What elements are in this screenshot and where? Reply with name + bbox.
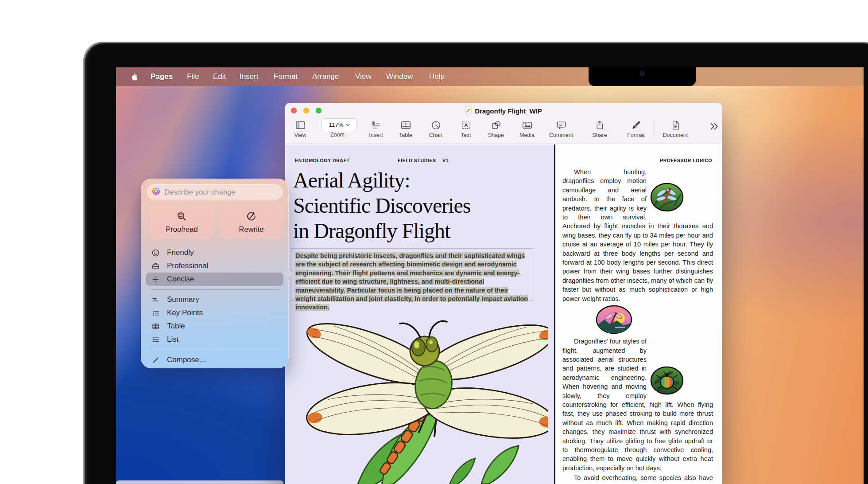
- toolbar-item-zoom[interactable]: 117% Zoom: [322, 118, 353, 138]
- selected-text-box[interactable]: Despite being prehistoric insects, drago…: [291, 248, 534, 301]
- paragraph-1[interactable]: When hunting, dragonflies employ motion …: [562, 168, 713, 303]
- screenshot-stage: Pages File Edit Insert Format Arrange Vi…: [0, 0, 868, 484]
- writing-tools-item-key-points[interactable]: Key Points: [146, 306, 283, 320]
- menu-item-pages[interactable]: Pages: [151, 67, 173, 86]
- rewrite-button[interactable]: Rewrite: [220, 206, 283, 238]
- dragonfly-illustration[interactable]: [291, 301, 548, 484]
- smiley-icon: [151, 248, 160, 257]
- writing-tools-item-compose[interactable]: Compose…: [146, 353, 283, 367]
- comment-bubble-icon: [545, 118, 577, 132]
- display-notch: [589, 67, 696, 86]
- menu-item-arrange[interactable]: Arrange: [312, 67, 339, 86]
- toolbar-item-text[interactable]: Text: [450, 118, 482, 138]
- popup-divider: [151, 350, 280, 350]
- toolbar-item-format[interactable]: Format: [620, 118, 652, 138]
- menu-item-format[interactable]: Format: [274, 67, 298, 86]
- share-icon: [584, 118, 616, 132]
- inline-image-jungle-dragonfly[interactable]: [650, 183, 713, 214]
- writing-tools-item-concise[interactable]: Concise: [146, 273, 283, 286]
- briefcase-icon: [151, 262, 160, 270]
- apple-intelligence-icon: [152, 187, 160, 197]
- compose-pencil-icon: [151, 355, 160, 364]
- inline-image-jungle-beetle[interactable]: [650, 366, 713, 396]
- summary-lines-icon: [151, 295, 160, 304]
- menu-item-help[interactable]: Help: [429, 67, 445, 86]
- toolbar-item-chart[interactable]: Chart: [420, 118, 452, 138]
- proofread-magnifier-icon: [177, 211, 187, 223]
- text-box-icon: [450, 118, 482, 132]
- document-right-column[interactable]: PROFESSOR LORICO: [555, 144, 722, 484]
- writing-tools-item-friendly[interactable]: Friendly: [146, 246, 283, 259]
- eyebrow-field-studies[interactable]: FIELD STUDIES: [398, 158, 436, 163]
- proofread-button[interactable]: Proofread: [151, 206, 213, 238]
- pages-window: Dragonfly Flight_WIP View 117% Zoom: [285, 103, 722, 484]
- paragraph-2[interactable]: Dragonflies' four styles of flight, augm…: [562, 304, 713, 472]
- toolbar-item-view[interactable]: View: [285, 118, 316, 138]
- toolbar-item-document[interactable]: Document: [659, 118, 691, 138]
- body-text[interactable]: When hunting, dragonflies employ motion …: [562, 168, 713, 484]
- eyebrow-version[interactable]: V1: [442, 158, 449, 163]
- pie-chart-icon: [420, 118, 452, 132]
- writing-tools-popup: Proofread Rewrite Friendl: [141, 179, 289, 368]
- table-grid-icon: [151, 322, 160, 331]
- paragraph-3[interactable]: To avoid overheating, some species also …: [562, 473, 713, 484]
- background-window-edge: [116, 480, 283, 484]
- menu-bar: Pages File Edit Insert Format Arrange Vi…: [116, 67, 864, 86]
- chevron-down-icon: [346, 124, 350, 126]
- toolbar-item-insert[interactable]: Insert: [360, 118, 392, 138]
- toolbar-item-media[interactable]: Media: [511, 118, 543, 138]
- menu-item-edit[interactable]: Edit: [213, 67, 226, 86]
- camera-dot: [640, 71, 644, 76]
- inline-image-sunset-dragonfly[interactable]: [562, 305, 632, 336]
- view-sidebar-icon: [285, 118, 316, 132]
- writing-tools-item-table[interactable]: Table: [146, 320, 283, 333]
- concise-compress-icon: [151, 275, 160, 284]
- bullet-list-icon: [151, 308, 160, 317]
- window-titlebar[interactable]: Dragonfly Flight_WIP View 117% Zoom: [285, 103, 722, 144]
- menu-item-window[interactable]: Window: [386, 67, 413, 86]
- menu-item-view[interactable]: View: [355, 67, 372, 86]
- dashed-list-icon: [151, 335, 160, 344]
- document-left-column[interactable]: ENTOMOLOGY DRAFT FIELD STUDIES V1 Aerial…: [285, 144, 554, 484]
- rewrite-icon: [246, 211, 256, 223]
- toolbar-separator: [655, 121, 655, 136]
- document-page-icon: [659, 118, 691, 132]
- paintbrush-icon: [620, 118, 652, 132]
- shape-icon: [480, 118, 512, 132]
- table-icon: [390, 118, 422, 132]
- insert-icon: [360, 118, 392, 132]
- zoom-dropdown[interactable]: 117%: [322, 118, 357, 131]
- writing-tools-item-professional[interactable]: Professional: [146, 259, 283, 273]
- document-headline[interactable]: Aerial Agility: Scientific Discoveries i…: [293, 168, 471, 243]
- byline[interactable]: PROFESSOR LORICO: [660, 158, 712, 163]
- media-image-icon: [511, 118, 543, 132]
- toolbar-item-comment[interactable]: Comment: [545, 118, 577, 138]
- describe-change-field[interactable]: [147, 184, 283, 199]
- eyebrow-entomology[interactable]: ENTOMOLOGY DRAFT: [295, 158, 350, 163]
- popup-divider: [151, 289, 280, 290]
- describe-change-input[interactable]: [163, 187, 278, 197]
- toolbar-item-shape[interactable]: Shape: [480, 118, 512, 138]
- window-title: Dragonfly Flight_WIP: [475, 107, 542, 115]
- writing-tools-item-summary[interactable]: Summary: [146, 293, 283, 306]
- writing-tools-item-list[interactable]: List: [146, 333, 283, 346]
- apple-menu-icon[interactable]: [131, 73, 137, 82]
- menu-item-insert[interactable]: Insert: [240, 67, 259, 86]
- menu-item-file[interactable]: File: [187, 67, 199, 86]
- toolbar-overflow-chevron-icon[interactable]: [709, 121, 719, 133]
- toolbar-item-table[interactable]: Table: [390, 118, 422, 138]
- document-file-icon: [465, 106, 472, 116]
- toolbar-item-share[interactable]: Share: [584, 118, 616, 138]
